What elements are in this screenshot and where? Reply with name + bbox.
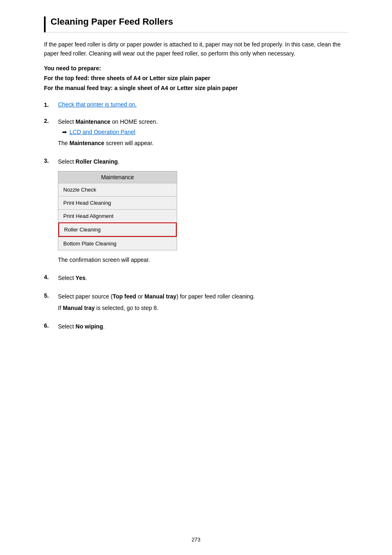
intro-text: If the paper feed roller is dirty or pap… [44,40,348,58]
page-container: Cleaning Paper Feed Rollers If the paper… [36,0,356,528]
step-6-pre: Select [58,323,76,330]
confirmation-note: The confirmation screen will appear. [58,255,348,264]
menu-item-bottom-plate: Bottom Plate Cleaning [58,237,177,250]
step-6-text: Select No wiping. [58,323,105,330]
step-4-text: Select Yes. [58,275,87,281]
step-5-pre: Select paper source ( [58,293,113,300]
sub-note-post: is selected, go to step 8. [95,305,158,311]
step-2-content: Select Maintenance on HOME screen. ➡ LCD… [58,117,348,148]
step-2-link[interactable]: LCD and Operation Panel [69,129,135,135]
maintenance-menu-title: Maintenance [58,171,177,183]
step-2-bold: Maintenance [76,118,111,125]
step-1-number: 1. [44,101,56,108]
step-5-post: ) for paper feed roller cleaning. [176,293,255,300]
page-title-section: Cleaning Paper Feed Rollers [44,16,348,32]
step-2-subnote: ➡ LCD and Operation Panel [62,129,348,135]
maintenance-menu-items: Nozzle Check Print Head Cleaning Print H… [58,183,177,250]
step-5-content: Select paper source (Top feed or Manual … [58,292,348,313]
maintenance-menu: Maintenance Nozzle Check Print Head Clea… [58,171,177,250]
step-5-bold2: Manual tray [145,293,177,300]
step-6-content: Select No wiping. [58,322,348,331]
page-title: Cleaning Paper Feed Rollers [51,16,348,27]
menu-item-print-head-alignment: Print Head Alignment [58,209,177,222]
menu-item-roller-cleaning: Roller Cleaning [58,222,177,237]
step-4-pre: Select [58,275,76,281]
step-6: 6. Select No wiping. [44,322,348,331]
menu-item-print-head-cleaning: Print Head Cleaning [58,196,177,209]
step-3-text: Select Roller Cleaning. [58,158,119,165]
step-2: 2. Select Maintenance on HOME screen. ➡ … [44,117,348,148]
prepare-top: For the top feed: three sheets of A4 or … [44,75,348,81]
step-6-post: . [103,323,105,330]
step-2-pre: Select [58,118,76,125]
step-4-number: 4. [44,273,56,280]
steps-list: 1. Check that printer is turned on. 2. S… [44,101,348,331]
step-2-text: Select Maintenance on HOME screen. [58,118,158,125]
step-2-screen-note: The Maintenance screen will appear. [58,139,348,148]
step-6-number: 6. [44,322,56,329]
step-5-mid: or [136,293,144,300]
screen-note-post: screen will appear. [104,140,154,146]
step-3-post: . [118,158,120,165]
step-3: 3. Select Roller Cleaning. Maintenance N… [44,157,348,265]
page-footer: 273 [191,528,201,555]
step-1: 1. Check that printer is turned on. [44,101,348,108]
step-4-content: Select Yes. [58,273,348,282]
step-1-content: Check that printer is turned on. [58,101,348,108]
step-3-number: 3. [44,157,56,164]
step-5-number: 5. [44,292,56,299]
page-number: 273 [191,536,201,543]
step-5: 5. Select paper source (Top feed or Manu… [44,292,348,313]
step-5-sub-note: If Manual tray is selected, go to step 8… [58,303,348,312]
step-3-content: Select Roller Cleaning. Maintenance Nozz… [58,157,348,265]
step-1-link[interactable]: Check that printer is turned on. [58,101,136,108]
step-3-pre: Select [58,158,76,165]
prepare-heading: You need to prepare: [44,65,348,72]
step-2-post: on HOME screen. [111,118,158,125]
prepare-manual: For the manual feed tray: a single sheet… [44,85,348,91]
step-5-bold1: Top feed [113,293,136,300]
step-4-bold: Yes [76,275,85,281]
step-2-number: 2. [44,117,56,124]
sub-note-bold: Manual tray [63,305,95,311]
screen-note-pre: The [58,140,69,146]
screen-note-bold: Maintenance [69,140,104,146]
step-4: 4. Select Yes. [44,273,348,282]
sub-note-pre: If [58,305,63,311]
step-5-text: Select paper source (Top feed or Manual … [58,293,255,300]
step-4-post: . [85,275,87,281]
menu-item-nozzle: Nozzle Check [58,183,177,196]
arrow-icon: ➡ [62,129,67,135]
step-3-bold: Roller Cleaning [76,158,118,165]
step-6-bold: No wiping [76,323,103,330]
